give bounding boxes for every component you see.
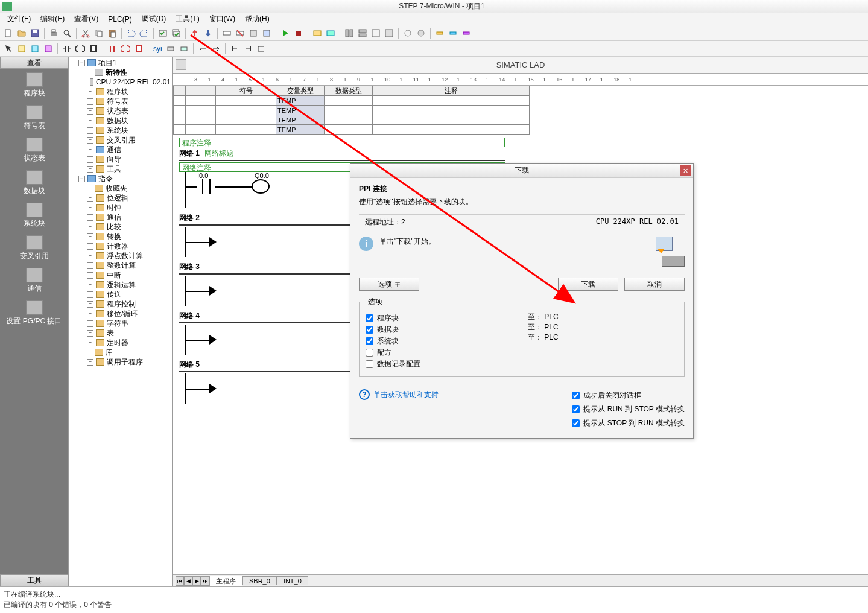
menu-help[interactable]: 帮助(H) [240, 13, 274, 25]
compile-button[interactable] [157, 27, 169, 39]
chk-run-stop[interactable] [572, 405, 580, 413]
tree-instr-item[interactable]: 浮点数计算 [107, 251, 143, 261]
tree-instr-item[interactable]: 调用子程序 [107, 357, 143, 367]
nav-symbol-table[interactable]: 符号表 [0, 101, 68, 134]
chk-data-block[interactable] [366, 326, 373, 334]
expand-icon[interactable]: + [87, 291, 93, 298]
tb-e2[interactable] [447, 27, 459, 39]
tree-instr-item[interactable]: 字符串 [107, 319, 128, 328]
tree-instr-item[interactable]: 时钟 [107, 203, 121, 212]
tree-comm[interactable]: 通信 [107, 145, 121, 154]
tab-first[interactable]: ⏮ [176, 576, 184, 586]
tb-c1[interactable] [343, 27, 355, 39]
insert-network-button[interactable] [221, 27, 233, 39]
tree-instr-item[interactable]: 位逻辑 [107, 193, 128, 203]
download-action-button[interactable]: 下载 [558, 278, 618, 291]
stop-button[interactable] [293, 27, 305, 39]
tree-tools[interactable]: 工具 [107, 164, 121, 174]
chk-recipe[interactable] [366, 349, 373, 357]
tb-e1[interactable] [434, 27, 446, 39]
menu-tools[interactable]: 工具(T) [171, 13, 204, 25]
tree-prog[interactable]: 程序块 [107, 87, 128, 97]
nav-data-block[interactable]: 数据块 [0, 167, 68, 199]
expand-icon[interactable]: + [87, 98, 93, 105]
tree-instr-item[interactable]: 库 [106, 348, 113, 357]
expand-icon[interactable]: + [87, 233, 93, 240]
expand-icon[interactable]: + [87, 243, 93, 250]
chk-datalog[interactable] [366, 360, 373, 368]
tree-instr-item[interactable]: 中断 [107, 270, 121, 280]
tab-main[interactable]: 主程序 [209, 576, 242, 586]
contact-i00[interactable] [197, 179, 215, 194]
tb2-e2[interactable] [178, 43, 190, 55]
chk-program-block[interactable] [366, 314, 373, 322]
line-up-button[interactable] [229, 43, 241, 55]
expand-icon[interactable]: + [87, 301, 93, 308]
tb2-rd3[interactable] [133, 43, 145, 55]
menu-file[interactable]: 文件(F) [2, 13, 36, 25]
expand-icon[interactable]: + [87, 214, 93, 221]
menu-debug[interactable]: 调试(D) [137, 13, 171, 25]
chk-close-success[interactable] [572, 392, 580, 399]
expand-icon[interactable]: + [87, 262, 93, 269]
contact-button[interactable] [61, 43, 73, 55]
nav-system-block[interactable]: 系统块 [0, 199, 68, 232]
chk-system-block[interactable] [366, 337, 373, 345]
program-comment[interactable]: 程序注释 [179, 138, 505, 147]
tree-status[interactable]: 状态表 [107, 106, 128, 116]
tree-root[interactable]: 项目1 [98, 58, 117, 68]
tree-instr-item[interactable]: 整数计算 [107, 261, 136, 270]
cut-button[interactable] [80, 27, 92, 39]
nav-cross-ref[interactable]: 交叉引用 [0, 232, 68, 264]
menu-window[interactable]: 窗口(W) [204, 13, 240, 25]
expand-icon[interactable]: + [87, 205, 93, 211]
expand-icon[interactable]: + [87, 195, 93, 202]
tree-sys[interactable]: 系统块 [107, 125, 128, 135]
tb-d1[interactable] [402, 27, 414, 39]
tree-instr-item[interactable]: 程序控制 [107, 299, 136, 309]
status-button[interactable] [325, 27, 337, 39]
branch-button[interactable] [255, 43, 267, 55]
variable-table[interactable]: 符号 变量类型 数据类型 注释 TEMP TEMP TEMP TEMP [173, 86, 530, 135]
expand-icon[interactable]: − [78, 60, 85, 66]
save-button[interactable] [29, 27, 41, 39]
expand-icon[interactable]: + [87, 320, 93, 327]
tab-prev[interactable]: ◀ [184, 576, 192, 586]
nav-pgpc[interactable]: 设置 PG/PC 接口 [0, 297, 68, 329]
tb2-e1[interactable] [165, 43, 177, 55]
tb2-a[interactable] [16, 43, 28, 55]
tree-instr-item[interactable]: 定时器 [107, 338, 128, 348]
redo-button[interactable] [138, 27, 150, 39]
expand-icon[interactable]: + [87, 118, 93, 124]
tree-data[interactable]: 数据块 [107, 116, 128, 125]
tree-instr-item[interactable]: 表 [107, 328, 114, 338]
tb2-b[interactable] [29, 43, 41, 55]
expand-icon[interactable]: + [87, 89, 93, 95]
tb-c3[interactable] [370, 27, 382, 39]
preview-button[interactable] [61, 27, 73, 39]
editor-corner-icon[interactable] [176, 59, 186, 70]
toolbar-btn-b[interactable] [261, 27, 273, 39]
tree-instr-item[interactable]: 逻辑运算 [107, 280, 136, 290]
pointer-button[interactable] [2, 43, 14, 55]
expand-icon[interactable]: + [87, 156, 93, 163]
help-link[interactable]: ? 单击获取帮助和支持 [359, 389, 439, 400]
copy-button[interactable] [93, 27, 105, 39]
tree-cpu[interactable]: CPU 224XP REL 02.01 [96, 77, 171, 87]
tree-instr-item[interactable]: 通信 [107, 212, 121, 222]
dialog-close-button[interactable]: ✕ [680, 165, 691, 176]
expand-icon[interactable]: − [78, 176, 85, 182]
tree-instr-item[interactable]: 传送 [107, 290, 121, 299]
print-button[interactable] [48, 27, 60, 39]
tree-xref[interactable]: 交叉引用 [107, 135, 136, 145]
nav-status-table[interactable]: 状态表 [0, 134, 68, 167]
tree-wiz[interactable]: 向导 [107, 154, 121, 164]
expand-icon[interactable]: + [87, 311, 93, 317]
coil-q00[interactable] [252, 179, 270, 194]
tb-c2[interactable] [356, 27, 369, 39]
expand-icon[interactable]: + [87, 137, 93, 144]
expand-icon[interactable]: + [87, 272, 93, 279]
expand-icon[interactable]: + [87, 282, 93, 288]
expand-icon[interactable]: + [87, 108, 93, 115]
tb-d2[interactable] [415, 27, 427, 39]
